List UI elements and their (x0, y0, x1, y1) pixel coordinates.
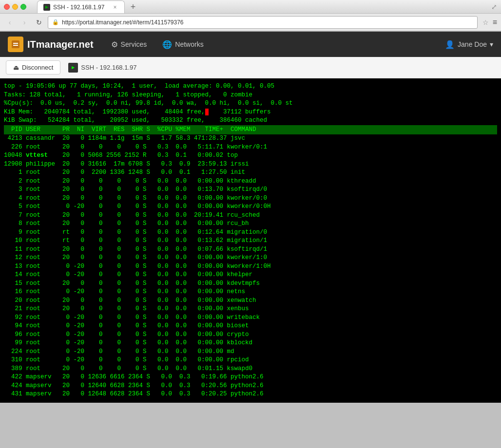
terminal-line: KiB Mem: 2040784 total, 1992380 used, 48… (4, 108, 497, 117)
terminal-line: 21 root 20 0 0 0 0 S 0.0 0.0 0:00.00 xen… (4, 305, 497, 314)
terminal-line: 2 root 20 0 0 0 0 S 0.0 0.0 0:00.00 kthr… (4, 177, 497, 186)
terminal-line: 10 root rt 0 0 0 0 S 0.0 0.0 0:13.62 mig… (4, 237, 497, 245)
terminal-line: 20 root 20 0 0 0 0 S 0.0 0.0 0:00.00 xen… (4, 297, 497, 305)
terminal-line: 8 root 20 0 0 0 0 S 0.0 0.0 0:00.00 rcu_… (4, 220, 497, 228)
terminal-line: 12 root 20 0 0 0 0 S 0.0 0.0 0:00.00 kwo… (4, 254, 497, 262)
ssl-lock-icon: 🔒 (52, 19, 59, 25)
terminal-line: 99 root 0 -20 0 0 0 S 0.0 0.0 0:00.00 kb… (4, 339, 497, 348)
nav-item-services[interactable]: ⚙ Services (103, 32, 155, 57)
app-header: ITmanager.net ⚙ Services 🌐 Networks 👤 Ja… (0, 32, 501, 57)
terminal-line: 7 root 20 0 0 0 0 S 0.0 0.0 20:19.41 rcu… (4, 211, 497, 220)
terminal-line: 4 root 20 0 0 0 0 S 0.0 0.0 0:00.00 kwor… (4, 194, 497, 203)
active-tab[interactable]: ▶ SSH - 192.168.1.97 × (37, 0, 125, 13)
terminal-line: 224 root 0 -20 0 0 0 S 0.0 0.0 0:00.00 m… (4, 348, 497, 356)
maximize-window-button[interactable] (20, 4, 26, 10)
terminal-line: 10048 vttest 20 0 5068 2556 2152 R 0.3 0… (4, 151, 497, 160)
nav-networks-label: Networks (175, 40, 203, 48)
window-expand-button[interactable]: ⤢ (491, 3, 497, 11)
minimize-window-button[interactable] (12, 4, 18, 10)
terminal-line: 13 root 0 -20 0 0 0 S 0.0 0.0 0:00.00 kw… (4, 262, 497, 271)
toolbar: ⏏ Disconnect ▶ SSH - 192.168.1.97 (0, 57, 501, 78)
nav-item-networks[interactable]: 🌐 Networks (154, 32, 211, 57)
terminal-line: KiB Swap: 524284 total, 20952 used, 5033… (4, 116, 497, 125)
tab-title: SSH - 192.168.1.97 (53, 4, 104, 11)
menu-button[interactable]: ≡ (493, 18, 497, 27)
terminal-line: 16 root 0 -20 0 0 0 S 0.0 0.0 0:00.00 ne… (4, 288, 497, 297)
traffic-lights (4, 4, 26, 10)
terminal-line: 1 root 20 0 2200 1336 1248 S 0.0 0.1 1:2… (4, 168, 497, 177)
user-dropdown-icon: ▾ (490, 40, 493, 48)
terminal-line: 9 root rt 0 0 0 0 S 0.0 0.0 0:12.64 migr… (4, 228, 497, 237)
terminal-line: 424 mapserv 20 0 12640 6628 2364 S 0.0 0… (4, 382, 497, 391)
terminal-line: 15 root 20 0 0 0 0 S 0.0 0.0 0:00.00 kde… (4, 280, 497, 288)
terminal-line: 3 root 20 0 0 0 0 S 0.0 0.0 0:13.70 ksof… (4, 186, 497, 194)
new-tab-button[interactable]: + (127, 0, 139, 13)
url-text: https://portal.itmanager.net/#/term/1411… (62, 19, 184, 26)
refresh-button[interactable]: ↻ (33, 17, 45, 28)
terminal-line: top - 19:05:06 up 77 days, 10:24, 1 user… (4, 82, 497, 91)
terminal-line: 96 root 0 -20 0 0 0 S 0.0 0.0 0:00.00 cr… (4, 331, 497, 339)
terminal-line: 389 root 20 0 0 0 0 S 0.0 0.0 0:01.15 ks… (4, 365, 497, 373)
close-window-button[interactable] (4, 4, 10, 10)
terminal-line: 12908 philippe 20 0 31616 17m 6708 S 0.3… (4, 160, 497, 169)
terminal-line: 5 root 0 -20 0 0 0 S 0.0 0.0 0:00.00 kwo… (4, 203, 497, 211)
terminal-line: 310 root 0 -20 0 0 0 S 0.0 0.0 0:00.00 r… (4, 356, 497, 365)
tab-favicon: ▶ (43, 4, 50, 11)
nav-items: ⚙ Services 🌐 Networks (103, 32, 445, 57)
logo-icon (8, 37, 23, 52)
terminal-line: 94 root 0 -20 0 0 0 S 0.0 0.0 0:00.00 bi… (4, 322, 497, 331)
terminal-line: PID USER PR NI VIRT RES SHR S %CPU %MEM … (4, 125, 497, 135)
terminal-line: 11 root 20 0 0 0 0 S 0.0 0.0 0:07.66 kso… (4, 245, 497, 254)
tab-bar: ▶ SSH - 192.168.1.97 × + (33, 0, 488, 13)
networks-icon: 🌐 (162, 40, 172, 49)
back-button[interactable]: ‹ (4, 17, 16, 28)
user-name: Jane Doe (458, 40, 487, 48)
tab-close-button[interactable]: × (112, 4, 118, 11)
logo-area: ITmanager.net (8, 37, 94, 52)
ssh-label-text: SSH - 192.168.1.97 (81, 64, 136, 71)
title-bar: ▶ SSH - 192.168.1.97 × + ⤢ (0, 0, 501, 14)
terminal-line: 422 mapserv 20 0 12636 6616 2364 S 0.0 0… (4, 373, 497, 382)
ssh-icon: ▶ (68, 63, 78, 73)
terminal-line: %Cpu(s): 0.0 us, 0.2 sy, 0.0 ni, 99.8 id… (4, 99, 497, 108)
disconnect-label: Disconnect (22, 64, 53, 71)
terminal-line: 431 mapserv 20 0 12648 6628 2364 S 0.0 0… (4, 390, 497, 399)
terminal[interactable]: top - 19:05:06 up 77 days, 10:24, 1 user… (0, 78, 501, 403)
nav-services-label: Services (121, 40, 147, 48)
svg-rect-2 (13, 45, 18, 46)
svg-rect-0 (12, 40, 19, 48)
user-area[interactable]: 👤 Jane Doe ▾ (445, 40, 493, 49)
power-icon (10, 39, 21, 50)
terminal-line: 92 root 0 -20 0 0 0 S 0.0 0.0 0:00.00 wr… (4, 314, 497, 322)
terminal-line: 14 root 0 -20 0 0 0 S 0.0 0.0 0:00.00 kh… (4, 271, 497, 280)
services-icon: ⚙ (111, 40, 118, 49)
terminal-line: 226 root 20 0 0 0 0 S 0.3 0.0 5:11.71 kw… (4, 143, 497, 152)
forward-button[interactable]: › (19, 17, 30, 28)
logo-text: ITmanager.net (27, 39, 94, 50)
terminal-line: 4213 cassandr 20 0 1184m 1.1g 15m S 1.7 … (4, 134, 497, 143)
address-bar[interactable]: 🔒 https://portal.itmanager.net/#/term/14… (48, 16, 478, 29)
user-icon: 👤 (445, 40, 455, 49)
svg-rect-1 (13, 43, 18, 44)
bookmark-button[interactable]: ☆ (482, 19, 489, 26)
address-bar-row: ‹ › ↻ 🔒 https://portal.itmanager.net/#/t… (0, 14, 501, 31)
terminal-line: Tasks: 128 total, 1 running, 126 sleepin… (4, 91, 497, 100)
disconnect-icon: ⏏ (13, 64, 19, 71)
disconnect-button[interactable]: ⏏ Disconnect (6, 60, 60, 75)
ssh-session-label: ▶ SSH - 192.168.1.97 (68, 63, 136, 73)
